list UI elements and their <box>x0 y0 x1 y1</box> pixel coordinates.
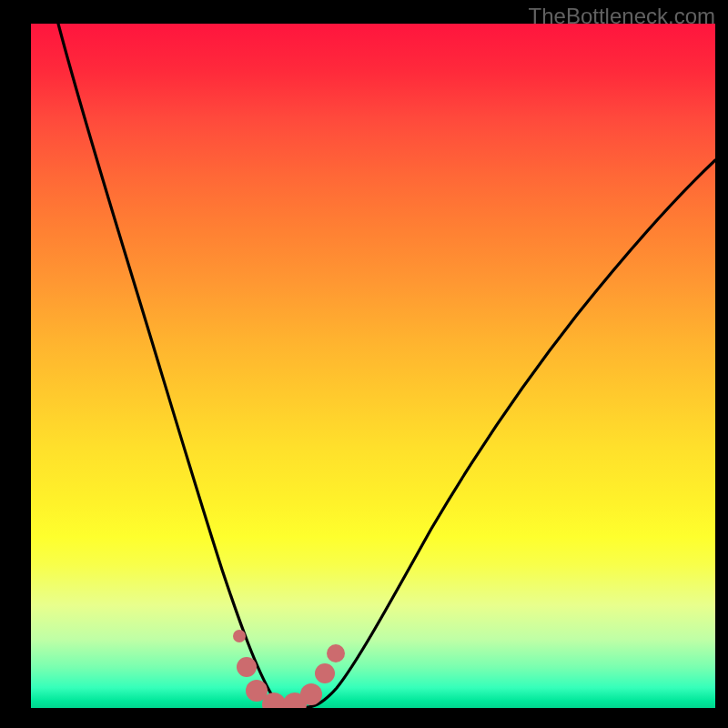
marker-dot <box>233 630 246 642</box>
plot-area <box>31 24 715 708</box>
marker-dot <box>315 663 335 683</box>
marker-dot <box>327 644 345 662</box>
marker-dot <box>300 683 322 705</box>
chart-frame: TheBottleneck.com <box>0 0 728 728</box>
marker-dot <box>237 657 257 677</box>
bottleneck-curve <box>58 24 715 708</box>
curve-layer <box>31 24 715 708</box>
watermark-text: TheBottleneck.com <box>529 4 715 29</box>
